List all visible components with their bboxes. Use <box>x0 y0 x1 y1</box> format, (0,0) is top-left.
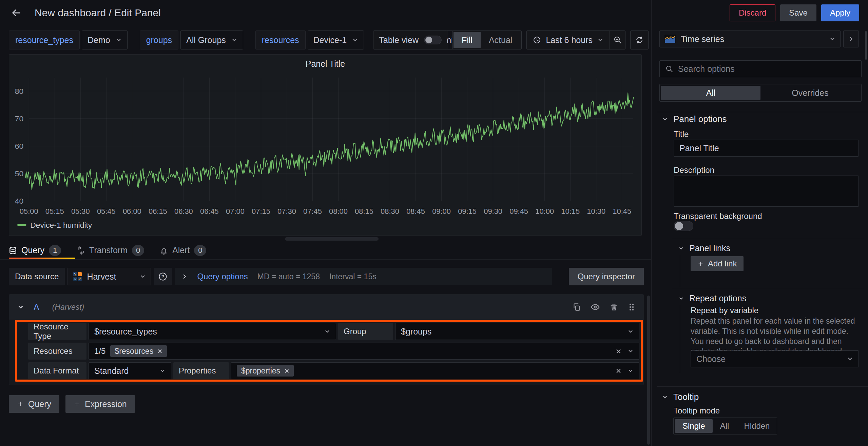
legend-label[interactable]: Device-1 humidity <box>30 221 92 229</box>
data-format-select[interactable]: Standard <box>89 362 171 379</box>
fill-option[interactable]: Fill <box>454 32 481 48</box>
svg-text:70: 70 <box>15 114 23 123</box>
query-row-actions <box>572 302 635 312</box>
properties-chip[interactable]: $properties <box>237 365 294 377</box>
visualization-name: Time series <box>681 34 724 44</box>
y-axis-labels: 4050607080 <box>15 87 23 206</box>
zoom-out-button[interactable] <box>610 31 625 49</box>
add-query-button[interactable]: Query <box>9 395 59 413</box>
svg-text:?: ? <box>161 274 165 279</box>
panel-toolbar: Table view Fill Actual Last 6 hours <box>373 31 649 49</box>
search-options-box[interactable] <box>659 60 862 77</box>
variable-resources-value: Device-1 <box>313 35 347 45</box>
tooltip-mode-all[interactable]: All <box>713 419 737 433</box>
remove-chip-icon[interactable] <box>284 368 289 373</box>
variable-resource_types-select[interactable]: Demo <box>82 31 128 49</box>
time-range-value: Last 6 hours <box>546 35 593 45</box>
duplicate-query-icon[interactable] <box>572 303 581 311</box>
resources-multiselect[interactable]: 1/5 $resources <box>89 343 639 360</box>
chart-legend[interactable]: Device-1 humidity <box>17 221 92 229</box>
sidebar-scrollbar-thumb[interactable] <box>865 31 867 60</box>
add-expression-button[interactable]: Expression <box>65 395 135 413</box>
toggle-knob <box>675 222 683 230</box>
query-row-header[interactable]: A (Harvest) <box>9 295 643 320</box>
options-filter-tabs: All Overrides <box>659 84 862 102</box>
resource-type-select[interactable]: $resource_types <box>89 323 336 340</box>
svg-text:07:00: 07:00 <box>226 207 245 216</box>
svg-text:06:15: 06:15 <box>149 207 167 216</box>
panel-links-header-label: Panel links <box>689 243 730 253</box>
main-scrollbar-thumb[interactable] <box>647 296 650 445</box>
variable-resources-select[interactable]: Device-1 <box>308 31 364 49</box>
svg-text:05:15: 05:15 <box>45 207 64 216</box>
delete-query-trash-icon[interactable] <box>610 303 618 311</box>
table-view-toggle[interactable] <box>424 36 442 44</box>
database-icon <box>9 246 17 255</box>
remove-chip-icon[interactable] <box>157 349 162 354</box>
variable-resources-label: resources <box>255 31 306 49</box>
query-options-link[interactable]: Query options <box>197 272 248 281</box>
tab-alert[interactable]: Alert 0 <box>160 241 206 259</box>
tooltip-mode-single[interactable]: Single <box>675 419 713 433</box>
transparent-background-toggle[interactable] <box>674 221 693 231</box>
visualization-picker[interactable]: Time series <box>659 31 841 47</box>
transparent-background-label: Transparent background <box>674 211 762 221</box>
group-select[interactable]: $groups <box>395 323 639 340</box>
chevron-right-icon <box>848 36 854 42</box>
panel-links-section-header[interactable]: Panel links <box>678 243 730 253</box>
variable-groups-value: All Groups <box>186 35 226 45</box>
svg-text:09:00: 09:00 <box>432 207 451 216</box>
table-view-control: Table view <box>373 31 447 49</box>
properties-multiselect[interactable]: $properties <box>231 362 639 379</box>
time-series-chart[interactable]: Panel Title 405060708005:0005:1505:3005:… <box>9 55 641 236</box>
panel-description-textarea[interactable] <box>674 176 859 207</box>
query-editor-card: A (Harvest) Resource Type $resource_type… <box>9 294 644 385</box>
chevron-down-icon <box>847 356 853 362</box>
drag-handle-icon[interactable] <box>628 303 635 311</box>
datasource-picker[interactable]: Harvest <box>67 268 151 285</box>
filter-tab-all[interactable]: All <box>661 86 760 100</box>
panel-options-section-header[interactable]: Panel options <box>662 114 727 124</box>
actual-option[interactable]: Actual <box>481 32 520 48</box>
collapse-chevron-icon[interactable] <box>17 304 24 310</box>
variable-groups-select[interactable]: All Groups <box>180 31 243 49</box>
svg-text:08:30: 08:30 <box>381 207 399 216</box>
repeat-options-section-header[interactable]: Repeat options <box>678 293 746 303</box>
add-link-button[interactable]: Add link <box>691 256 744 271</box>
svg-text:06:30: 06:30 <box>174 207 193 216</box>
collapse-options-pane-button[interactable] <box>843 31 859 47</box>
clear-icon[interactable] <box>616 368 621 374</box>
tab-query[interactable]: Query 1 <box>9 241 61 259</box>
back-arrow-icon[interactable] <box>9 5 24 20</box>
tooltip-section-header[interactable]: Tooltip <box>662 392 699 402</box>
query-inspector-button[interactable]: Query inspector <box>569 268 644 285</box>
time-series-panel[interactable]: Panel Title 405060708005:0005:1505:3005:… <box>9 54 642 236</box>
options-sidebar: Time series All Overrides Panel options … <box>652 0 868 446</box>
time-range-picker[interactable]: Last 6 hours <box>527 31 610 49</box>
datasource-help-button[interactable]: ? <box>154 268 172 285</box>
svg-text:06:00: 06:00 <box>123 207 141 216</box>
svg-text:08:00: 08:00 <box>329 207 348 216</box>
svg-text:80: 80 <box>15 87 23 96</box>
chevron-down-icon <box>231 37 237 43</box>
resource-type-value: $resource_types <box>94 327 157 337</box>
toggle-knob <box>425 37 432 43</box>
panel-resize-handle[interactable] <box>285 237 379 241</box>
refresh-button[interactable] <box>630 31 649 49</box>
max-data-points-text: MD = auto = 1258 <box>257 272 320 281</box>
resources-chip[interactable]: $resources <box>110 345 167 357</box>
search-options-input[interactable] <box>678 64 856 74</box>
filter-tab-overrides[interactable]: Overrides <box>760 86 860 100</box>
tab-transform[interactable]: Transform 0 <box>77 241 144 259</box>
query-options-bar[interactable]: Query options MD = auto = 1258 Interval … <box>175 268 552 285</box>
table-view-label: Table view <box>379 35 419 45</box>
refresh-icon <box>635 36 643 44</box>
tooltip-mode-hidden[interactable]: Hidden <box>736 419 777 433</box>
repeat-variable-select[interactable]: Choose <box>691 350 859 367</box>
clear-icon[interactable] <box>616 348 621 354</box>
hide-query-eye-icon[interactable] <box>591 302 600 312</box>
divider <box>657 386 868 387</box>
interval-text: Interval = 15s <box>329 272 377 281</box>
panel-title-input[interactable] <box>674 140 859 157</box>
svg-text:09:15: 09:15 <box>458 207 477 216</box>
